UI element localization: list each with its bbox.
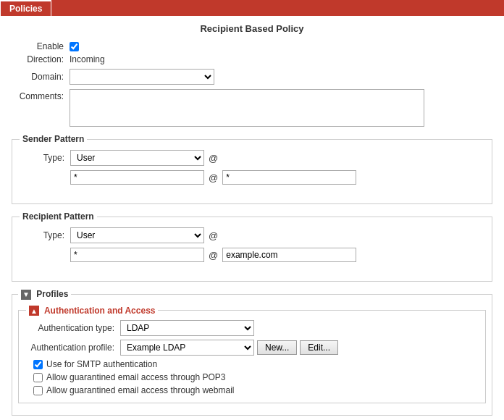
auth-profile-select[interactable]: Example LDAP	[120, 340, 254, 356]
page-title: Recipient Based Policy	[12, 23, 492, 34]
policies-tab[interactable]: Policies	[0, 0, 51, 16]
new-button[interactable]: New...	[257, 340, 297, 355]
auth-profile-label: Authentication profile:	[26, 343, 120, 353]
sender-at-sign1: @	[209, 153, 218, 164]
direction-value: Incoming	[70, 54, 105, 64]
enable-checkbox[interactable]	[70, 42, 79, 51]
webmail-label: Allow guarantined email access through w…	[46, 385, 234, 395]
profiles-legend: ▼ Profiles	[18, 289, 71, 300]
recipient-pattern-legend: Recipient Pattern	[20, 211, 97, 222]
direction-label: Direction:	[12, 54, 70, 64]
pop3-label: Allow guarantined email access through P…	[46, 372, 225, 382]
profiles-section: ▼ Profiles ▲ Authentication and Access A…	[12, 289, 492, 416]
domain-select[interactable]	[70, 69, 214, 85]
sender-pattern-section: Sender Pattern Type: User Group Domain @…	[12, 134, 492, 204]
recipient-pattern-section: Recipient Pattern Type: User Group Domai…	[12, 211, 492, 282]
sender-type-select[interactable]: User Group Domain	[70, 150, 204, 166]
auth-type-select[interactable]: LDAP POP3 IMAP	[120, 320, 254, 336]
auth-expand-icon[interactable]: ▲	[29, 306, 39, 316]
sender-user-input[interactable]	[70, 170, 204, 185]
recipient-at-sign1: @	[209, 230, 218, 241]
recipient-type-select[interactable]: User Group Domain	[70, 227, 204, 243]
comments-label: Comments:	[12, 89, 70, 101]
webmail-checkbox[interactable]	[33, 386, 43, 395]
enable-label: Enable	[12, 41, 70, 51]
smtp-label: Use for SMTP authentication	[46, 359, 157, 369]
recipient-domain-input[interactable]	[222, 248, 356, 262]
recipient-type-label: Type:	[34, 230, 70, 240]
auth-access-legend: ▲ Authentication and Access	[26, 306, 158, 316]
auth-access-section: ▲ Authentication and Access Authenticati…	[18, 306, 486, 404]
tab-bar: Policies	[0, 0, 504, 16]
recipient-at-sign2: @	[209, 250, 218, 261]
edit-button[interactable]: Edit...	[300, 340, 338, 355]
recipient-user-input[interactable]	[70, 248, 204, 262]
sender-type-label: Type:	[34, 153, 70, 163]
sender-pattern-legend: Sender Pattern	[20, 134, 87, 144]
pop3-checkbox[interactable]	[33, 373, 43, 382]
smtp-checkbox[interactable]	[33, 360, 43, 369]
comments-textarea[interactable]	[70, 89, 424, 127]
profiles-collapse-icon[interactable]: ▼	[21, 290, 31, 300]
sender-at-sign2: @	[209, 172, 218, 183]
sender-domain-input[interactable]	[222, 170, 356, 185]
auth-type-label: Authentication type:	[26, 323, 120, 333]
auth-header-text: Authentication and Access	[44, 306, 156, 316]
domain-label: Domain:	[12, 72, 70, 82]
